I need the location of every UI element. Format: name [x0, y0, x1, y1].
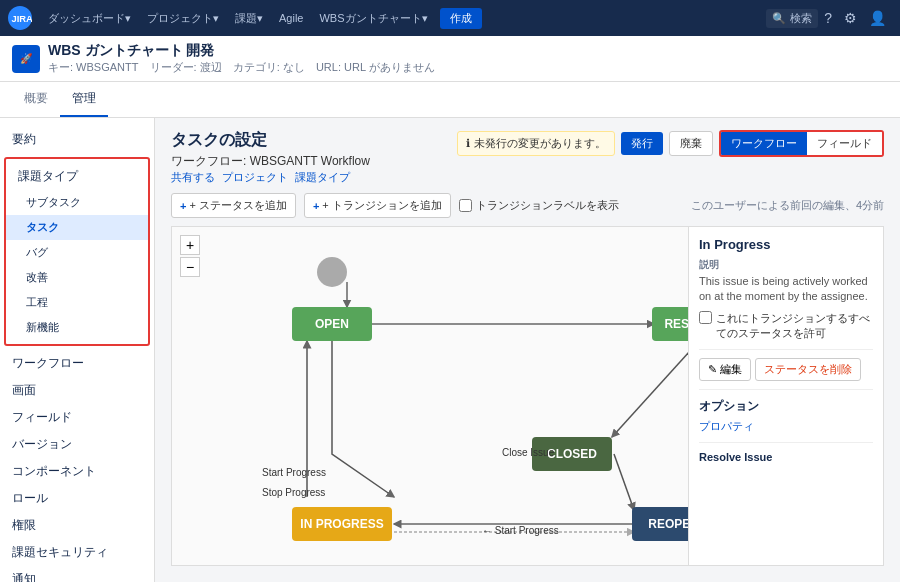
nav-agile[interactable]: Agile [271, 12, 311, 24]
sidebar-item-process[interactable]: 工程 [6, 290, 148, 315]
panel-checkbox[interactable]: これにトランジションするすべてのステータスを許可 [699, 311, 873, 341]
nav-projects[interactable]: プロジェクト▾ [139, 11, 227, 26]
sidebar-item-summary[interactable]: 要約 [0, 126, 154, 153]
label-start-progress: Start Progress [262, 467, 326, 478]
label-start-progress-2: ← Start Progress [482, 525, 559, 536]
svg-text:JIRA: JIRA [11, 13, 32, 24]
content-header: タスクの設定 ワークフロー: WBSGANTT Workflow 共有する プロ… [171, 130, 884, 185]
add-status-label: + ステータスを追加 [189, 198, 286, 213]
shared-project-link[interactable]: プロジェクト [222, 171, 288, 183]
all-status-checkbox[interactable] [699, 311, 712, 324]
workflow-node-open[interactable]: OPEN [292, 307, 372, 341]
node-reopened-label: REOPENED [648, 517, 689, 531]
nav-issues[interactable]: 課題▾ [227, 11, 271, 26]
jira-logo: JIRA [8, 6, 32, 30]
project-icon: 🚀 [12, 45, 40, 73]
panel-resolve-title: Resolve Issue [699, 451, 873, 463]
panel-option-title: オプション [699, 398, 873, 415]
tab-field[interactable]: フィールド [807, 132, 882, 155]
shared-links[interactable]: 共有する プロジェクト 課題タイプ [171, 170, 370, 185]
subnav-admin[interactable]: 管理 [60, 82, 108, 117]
zoom-in-button[interactable]: + [180, 235, 200, 255]
sidebar-item-improvement[interactable]: 改善 [6, 265, 148, 290]
sidebar-item-subtask[interactable]: サブタスク [6, 190, 148, 215]
panel-divider-1 [699, 349, 873, 350]
project-key: キー: WBSGANTT [48, 61, 138, 73]
sidebar-issue-type-group: 課題タイプ サブタスク タスク バグ 改善 工程 新機能 [4, 157, 150, 346]
zoom-out-button[interactable]: − [180, 257, 200, 277]
last-edited-text: このユーザーによる前回の編集、4分前 [691, 198, 884, 213]
label-stop-progress: Stop Progress [262, 487, 325, 498]
search-icon: 🔍 [772, 12, 786, 25]
search-box[interactable]: 🔍 検索 [766, 9, 818, 28]
plus-icon: + [180, 200, 186, 212]
sidebar-item-role[interactable]: ロール [0, 485, 154, 512]
workflow-node-reopened[interactable]: REOPENED [632, 507, 689, 541]
tab-workflow[interactable]: ワークフロー [721, 132, 807, 155]
create-button[interactable]: 作成 [440, 8, 482, 29]
search-label: 検索 [790, 11, 812, 26]
add-status-button[interactable]: + + ステータスを追加 [171, 193, 296, 218]
right-panel: In Progress 説明 This issue is being activ… [689, 226, 884, 566]
show-labels-input[interactable] [459, 199, 472, 212]
settings-button[interactable]: ⚙ [838, 10, 863, 26]
panel-divider-2 [699, 389, 873, 390]
subnav-overview[interactable]: 概要 [12, 82, 60, 117]
sidebar-item-workflow[interactable]: ワークフロー [0, 350, 154, 377]
add-transition-button[interactable]: + + トランジションを追加 [304, 193, 451, 218]
show-labels-checkbox[interactable]: トランジションラベルを表示 [459, 198, 619, 213]
main-layout: 要約 課題タイプ サブタスク タスク バグ 改善 工程 新機能 ワークフロー 画… [0, 118, 900, 582]
sidebar-item-bug[interactable]: バグ [6, 240, 148, 265]
pending-text: 未発行の変更があります。 [474, 136, 606, 151]
panel-title: In Progress [699, 237, 873, 252]
panel-actions: ✎ 編集 ステータスを削除 [699, 358, 873, 381]
discard-button[interactable]: 廃棄 [669, 131, 713, 156]
workflow-arrows [172, 227, 688, 565]
node-in-progress-label: IN PROGRESS [300, 517, 383, 531]
workflow-node-in-progress[interactable]: IN PROGRESS [292, 507, 392, 541]
project-meta: キー: WBSGANTT リーダー: 渡辺 カテゴリ: なし URL: URL … [48, 60, 443, 75]
property-link[interactable]: プロパティ [699, 419, 873, 434]
node-resolved-label: RESOLVED [664, 317, 689, 331]
panel-desc-label: 説明 [699, 258, 873, 272]
label-close-issue: Close Issue [502, 447, 554, 458]
publish-button[interactable]: 発行 [621, 132, 663, 155]
all-status-label: これにトランジションするすべてのステータスを許可 [716, 311, 873, 341]
node-open-label: OPEN [315, 317, 349, 331]
delete-status-button[interactable]: ステータスを削除 [755, 358, 861, 381]
sidebar-item-version[interactable]: バージョン [0, 431, 154, 458]
sidebar-item-field[interactable]: フィールド [0, 404, 154, 431]
help-button[interactable]: ? [818, 10, 838, 26]
node-closed-label: CLOSED [547, 447, 597, 461]
sidebar-item-permission[interactable]: 権限 [0, 512, 154, 539]
workflow-node-resolved[interactable]: RESOLVED [652, 307, 689, 341]
edit-button[interactable]: ✎ 編集 [699, 358, 751, 381]
sidebar-item-issue-security[interactable]: 課題セキュリティ [0, 539, 154, 566]
add-transition-label: + トランジションを追加 [322, 198, 441, 213]
panel-desc-text: This issue is being actively worked on a… [699, 274, 873, 305]
sidebar-item-new-feature[interactable]: 新機能 [6, 315, 148, 340]
shared-issue-type-link[interactable]: 課題タイプ [295, 171, 350, 183]
info-icon: ℹ [466, 137, 470, 150]
project-category: カテゴリ: なし [233, 61, 305, 73]
canvas-area[interactable]: + − [171, 226, 689, 566]
panel-divider-3 [699, 442, 873, 443]
page-title: タスクの設定 [171, 130, 370, 151]
plus-icon-2: + [313, 200, 319, 212]
view-tab-buttons: ワークフロー フィールド [719, 130, 884, 157]
nav-wbs[interactable]: WBSガントチャート▾ [311, 11, 435, 26]
sidebar-item-issue-type[interactable]: 課題タイプ [6, 163, 148, 190]
nav-dashboard[interactable]: ダッシュボード▾ [40, 11, 139, 26]
sidebar-item-task[interactable]: タスク [6, 215, 148, 240]
sidebar-item-screen[interactable]: 画面 [0, 377, 154, 404]
top-navigation: JIRA ダッシュボード▾ プロジェクト▾ 課題▾ Agile WBSガントチャ… [0, 0, 900, 36]
shared-label: 共有する [171, 171, 215, 183]
sidebar-item-notification[interactable]: 通知 [0, 566, 154, 582]
main-content: タスクの設定 ワークフロー: WBSGANTT Workflow 共有する プロ… [155, 118, 900, 582]
header-right: ℹ 未発行の変更があります。 発行 廃棄 ワークフロー フィールド [457, 130, 884, 157]
project-title: WBS ガントチャート 開発 [48, 42, 443, 60]
sidebar-item-component[interactable]: コンポーネント [0, 458, 154, 485]
pending-notice: ℹ 未発行の変更があります。 [457, 131, 615, 156]
user-button[interactable]: 👤 [863, 10, 892, 26]
show-labels-label: トランジションラベルを表示 [476, 198, 619, 213]
